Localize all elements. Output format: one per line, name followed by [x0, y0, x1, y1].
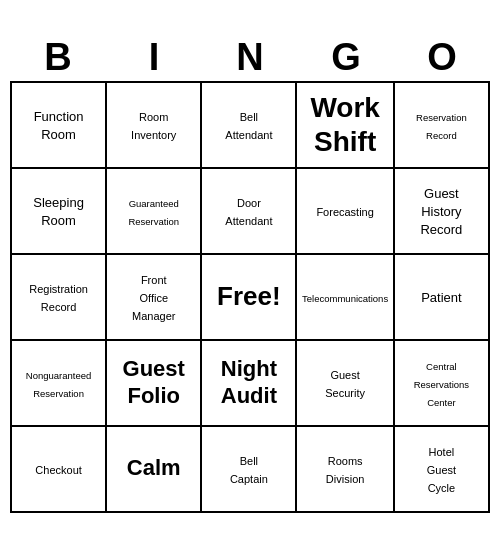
- cell-text-r1-c2: Door Attendant: [225, 197, 272, 227]
- cell-text-r4-c0: Checkout: [35, 464, 81, 476]
- cell-text-r3-c0: Nonguaranteed Reservation: [26, 370, 92, 399]
- cell-text-r3-c2: Night Audit: [221, 356, 277, 407]
- cell-r4-c3: Rooms Division: [296, 426, 393, 512]
- cell-r2-c0: Registration Record: [11, 254, 106, 340]
- cell-text-r1-c3: Forecasting: [316, 206, 373, 218]
- cell-r0-c1: Room Inventory: [106, 82, 201, 168]
- cell-text-r3-c1: Guest Folio: [123, 356, 185, 407]
- cell-text-r3-c4: Central Reservations Center: [414, 361, 469, 408]
- cell-r4-c2: Bell Captain: [201, 426, 296, 512]
- cell-text-r0-c4: Reservation Record: [416, 112, 467, 141]
- cell-text-r2-c1: Front Office Manager: [132, 274, 175, 322]
- bingo-grid: Function RoomRoom InventoryBell Attendan…: [10, 81, 490, 513]
- cell-r1-c1: Guaranteed Reservation: [106, 168, 201, 254]
- cell-r0-c3: Work Shift: [296, 82, 393, 168]
- cell-text-r2-c3: Telecommunications: [302, 293, 388, 304]
- cell-r1-c2: Door Attendant: [201, 168, 296, 254]
- cell-text-r3-c3: Guest Security: [325, 369, 365, 399]
- cell-r4-c1: Calm: [106, 426, 201, 512]
- cell-text-r1-c1: Guaranteed Reservation: [128, 198, 179, 227]
- cell-text-r2-c0: Registration Record: [29, 283, 88, 313]
- cell-r4-c4: Hotel Guest Cycle: [394, 426, 489, 512]
- cell-r4-c0: Checkout: [11, 426, 106, 512]
- cell-r1-c0: Sleeping Room: [11, 168, 106, 254]
- cell-r2-c2: Free!: [201, 254, 296, 340]
- cell-text-r2-c2: Free!: [217, 281, 281, 311]
- cell-r3-c3: Guest Security: [296, 340, 393, 426]
- cell-r0-c4: Reservation Record: [394, 82, 489, 168]
- cell-r0-c2: Bell Attendant: [201, 82, 296, 168]
- letter-i: I: [108, 36, 200, 79]
- cell-r1-c4: Guest History Record: [394, 168, 489, 254]
- cell-r3-c4: Central Reservations Center: [394, 340, 489, 426]
- cell-text-r4-c1: Calm: [127, 455, 181, 480]
- cell-text-r0-c0: Function Room: [34, 109, 84, 142]
- cell-r1-c3: Forecasting: [296, 168, 393, 254]
- cell-text-r1-c0: Sleeping Room: [33, 195, 84, 228]
- cell-r3-c2: Night Audit: [201, 340, 296, 426]
- cell-text-r4-c3: Rooms Division: [326, 455, 365, 485]
- cell-text-r0-c2: Bell Attendant: [225, 111, 272, 141]
- cell-r2-c3: Telecommunications: [296, 254, 393, 340]
- cell-r2-c4: Patient: [394, 254, 489, 340]
- cell-text-r1-c4: Guest History Record: [420, 186, 462, 237]
- cell-r3-c1: Guest Folio: [106, 340, 201, 426]
- cell-text-r2-c4: Patient: [421, 290, 461, 305]
- letter-b: B: [12, 36, 104, 79]
- cell-text-r0-c3: Work Shift: [310, 92, 380, 157]
- bingo-card: B I N G O Function RoomRoom InventoryBel…: [10, 32, 490, 513]
- cell-text-r4-c4: Hotel Guest Cycle: [427, 446, 456, 494]
- cell-r0-c0: Function Room: [11, 82, 106, 168]
- cell-text-r4-c2: Bell Captain: [230, 455, 268, 485]
- bingo-title: B I N G O: [10, 32, 490, 81]
- letter-g: G: [300, 36, 392, 79]
- cell-r2-c1: Front Office Manager: [106, 254, 201, 340]
- cell-r3-c0: Nonguaranteed Reservation: [11, 340, 106, 426]
- cell-text-r0-c1: Room Inventory: [131, 111, 176, 141]
- letter-o: O: [396, 36, 488, 79]
- letter-n: N: [204, 36, 296, 79]
